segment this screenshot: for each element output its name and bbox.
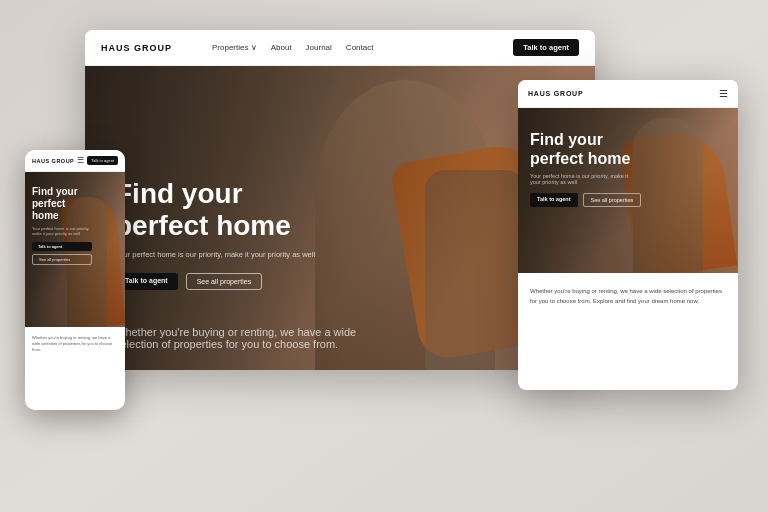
mobile-nav-cta[interactable]: Talk to agent xyxy=(87,156,118,165)
mobile-btn-secondary[interactable]: See all properties xyxy=(32,254,92,265)
desktop-btn-secondary[interactable]: See all properties xyxy=(186,273,262,290)
tablet-headline: Find your perfect home xyxy=(530,130,641,168)
mobile-body-text: Whether you're buying or renting, we hav… xyxy=(32,335,118,353)
desktop-bottom-text: Whether you're buying or renting, we hav… xyxy=(115,326,395,350)
mobile-btn-primary[interactable]: Talk to agent xyxy=(32,242,92,251)
mobile-nav-buttons: ☰ Talk to agent xyxy=(77,156,118,165)
desktop-hero-content: Find your perfect home Your perfect home… xyxy=(115,178,315,290)
headline-line2: perfect home xyxy=(115,210,291,241)
tablet-menu-icon[interactable]: ☰ xyxy=(719,88,728,99)
desktop-logo: HAUS GROUP xyxy=(101,43,172,53)
tablet-body-text: Whether you're buying or renting, we hav… xyxy=(530,287,726,306)
nav-link-properties[interactable]: Properties ∨ xyxy=(212,43,257,52)
mobile-hero-content: Find your perfect home Your perfect home… xyxy=(32,186,92,265)
mobile-body: Whether you're buying or renting, we hav… xyxy=(25,327,125,361)
desktop-subtext: Your perfect home is our priority, make … xyxy=(115,250,315,259)
headline-line1: Find your xyxy=(115,178,243,209)
tablet-hero: Find your perfect home Your perfect home… xyxy=(518,108,738,273)
mobile-menu-icon[interactable]: ☰ xyxy=(77,156,84,165)
mobile-mockup: HAUS GROUP ☰ Talk to agent Find your per… xyxy=(25,150,125,410)
mobile-headline-line3: home xyxy=(32,210,59,221)
desktop-nav-links: Properties ∨ About Journal Contact xyxy=(212,43,513,52)
tablet-subtext: Your perfect home is our priority, make … xyxy=(530,173,640,185)
mobile-headline-line1: Find your xyxy=(32,186,78,197)
tablet-body: Whether you're buying or renting, we hav… xyxy=(518,273,738,320)
mobile-nav: HAUS GROUP ☰ Talk to agent xyxy=(25,150,125,172)
desktop-nav: HAUS GROUP Properties ∨ About Journal Co… xyxy=(85,30,595,66)
tablet-hero-content: Find your perfect home Your perfect home… xyxy=(530,130,641,207)
nav-link-about[interactable]: About xyxy=(271,43,292,52)
tablet-mockup: HAUS GROUP ☰ Find your perfect home Your… xyxy=(518,80,738,390)
tablet-headline-line1: Find your xyxy=(530,131,603,148)
tablet-logo: HAUS GROUP xyxy=(528,90,719,97)
tablet-nav: HAUS GROUP ☰ xyxy=(518,80,738,108)
mobile-subtext: Your perfect home is our priority, make … xyxy=(32,226,92,236)
mobile-headline-line2: perfect xyxy=(32,198,65,209)
tablet-headline-line2: perfect home xyxy=(530,150,630,167)
nav-link-journal[interactable]: Journal xyxy=(306,43,332,52)
scene: HAUS GROUP Properties ∨ About Journal Co… xyxy=(0,0,768,512)
mobile-hero-buttons: Talk to agent See all properties xyxy=(32,242,92,265)
mobile-logo: HAUS GROUP xyxy=(32,158,77,164)
tablet-btn-primary[interactable]: Talk to agent xyxy=(530,193,578,207)
desktop-headline: Find your perfect home xyxy=(115,178,315,242)
nav-link-contact[interactable]: Contact xyxy=(346,43,374,52)
mobile-headline: Find your perfect home xyxy=(32,186,92,222)
mobile-hero: Find your perfect home Your perfect home… xyxy=(25,172,125,327)
desktop-nav-cta[interactable]: Talk to agent xyxy=(513,39,579,56)
tablet-btn-secondary[interactable]: See all properties xyxy=(583,193,642,207)
tablet-hero-buttons: Talk to agent See all properties xyxy=(530,193,641,207)
desktop-hero-buttons: Talk to agent See all properties xyxy=(115,273,315,290)
